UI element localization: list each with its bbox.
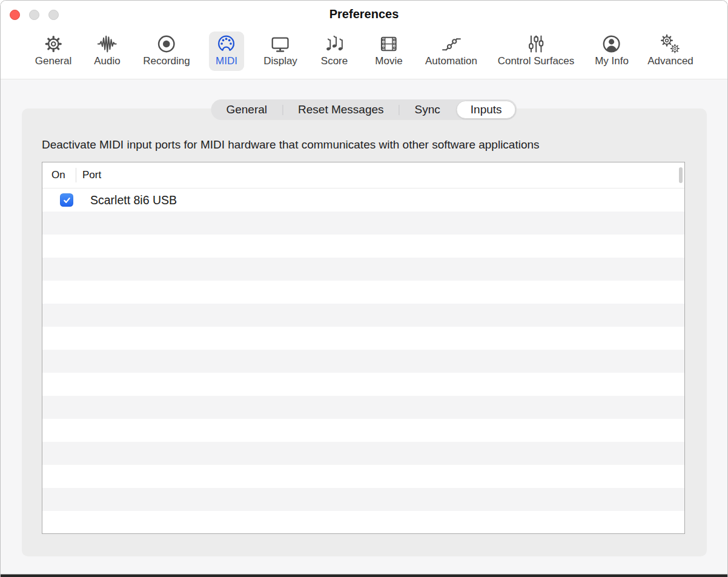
toolbar-item-display[interactable]: Display — [257, 32, 304, 71]
toolbar-item-label: Audio — [94, 55, 120, 67]
column-header-port: Port — [76, 169, 101, 181]
control-surfaces-icon — [526, 34, 546, 54]
empty-row — [42, 373, 684, 396]
toolbar-item-label: Recording — [143, 55, 190, 67]
description-text: Deactivate MIDI input ports for MIDI har… — [42, 138, 540, 152]
toolbar-item-movie[interactable]: Movie — [368, 32, 409, 71]
window-title: Preferences — [1, 7, 727, 21]
scrollbar-thumb[interactable] — [679, 167, 683, 183]
preferences-window: Preferences GeneralAudioRecordingMIDIDis… — [0, 0, 728, 577]
empty-row — [42, 350, 684, 373]
tab-reset-messages[interactable]: Reset Messages — [283, 99, 399, 120]
display-icon — [271, 34, 291, 54]
column-header-on: On — [42, 169, 76, 181]
toolbar-item-recording[interactable]: Recording — [136, 32, 197, 71]
toolbar-item-automation[interactable]: Automation — [419, 32, 484, 71]
empty-row — [42, 442, 684, 465]
port-enabled-checkbox[interactable] — [60, 193, 73, 207]
empty-row — [42, 488, 684, 511]
automation-icon — [442, 34, 462, 54]
midi-pane: GeneralReset MessagesSyncInputs Deactiva… — [1, 79, 727, 574]
audio-icon — [97, 34, 117, 54]
window-bottom-edge — [1, 574, 727, 577]
movie-icon — [379, 34, 399, 54]
empty-row — [42, 304, 684, 327]
empty-row — [42, 258, 684, 281]
midi-tab-bar: GeneralReset MessagesSyncInputs — [211, 99, 517, 120]
toolbar-item-label: Advanced — [647, 55, 693, 67]
toolbar-item-audio[interactable]: Audio — [87, 32, 127, 71]
toolbar-item-my-info[interactable]: My Info — [588, 32, 635, 71]
port-name: Scarlett 8i6 USB — [90, 193, 177, 207]
toolbar-item-control-surfaces[interactable]: Control Surfaces — [491, 32, 581, 71]
empty-row — [42, 235, 684, 258]
toolbar-item-label: Control Surfaces — [498, 55, 575, 67]
toolbar-item-midi[interactable]: MIDI — [209, 32, 244, 71]
empty-row — [42, 511, 684, 534]
toolbar-item-score[interactable]: Score — [314, 32, 354, 71]
titlebar-toolbar: Preferences GeneralAudioRecordingMIDIDis… — [1, 1, 727, 79]
table-header: On Port — [42, 162, 684, 188]
toolbar-item-label: General — [35, 55, 71, 67]
advanced-icon — [661, 34, 681, 54]
tab-inputs[interactable]: Inputs — [457, 101, 516, 119]
empty-row — [42, 212, 684, 235]
empty-row — [42, 396, 684, 419]
toolbar-item-label: Display — [263, 55, 297, 67]
general-icon — [43, 34, 63, 54]
toolbar-item-label: Score — [321, 55, 348, 67]
toolbar-item-label: My Info — [595, 55, 629, 67]
table-body: Scarlett 8i6 USB — [42, 188, 684, 534]
toolbar-item-general[interactable]: General — [28, 32, 78, 71]
recording-icon — [157, 34, 177, 54]
toolbar-item-label: Automation — [425, 55, 477, 67]
table-row[interactable]: Scarlett 8i6 USB — [42, 188, 684, 212]
empty-row — [42, 327, 684, 350]
score-icon — [324, 34, 344, 54]
empty-row — [42, 281, 684, 304]
empty-row — [42, 465, 684, 488]
midi-input-table: On Port Scarlett 8i6 USB — [42, 162, 685, 534]
tab-sync[interactable]: Sync — [400, 99, 455, 120]
empty-row — [42, 419, 684, 442]
toolbar-item-advanced[interactable]: Advanced — [641, 32, 700, 71]
tab-general[interactable]: General — [211, 99, 282, 120]
midi-icon — [216, 34, 236, 54]
toolbar-item-label: MIDI — [216, 55, 237, 67]
toolbar-item-label: Movie — [375, 55, 402, 67]
my-info-icon — [602, 34, 622, 54]
